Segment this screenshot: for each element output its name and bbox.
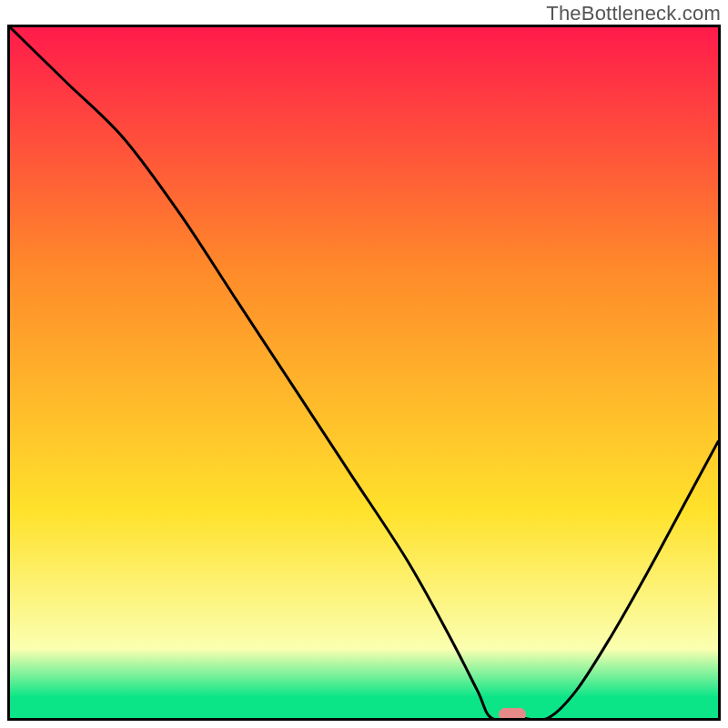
- chart-frame: [7, 25, 721, 721]
- minimum-marker: [499, 708, 526, 721]
- bottleneck-curve: [10, 27, 718, 718]
- curve-path: [10, 27, 718, 718]
- watermark-text: TheBottleneck.com: [546, 2, 721, 25]
